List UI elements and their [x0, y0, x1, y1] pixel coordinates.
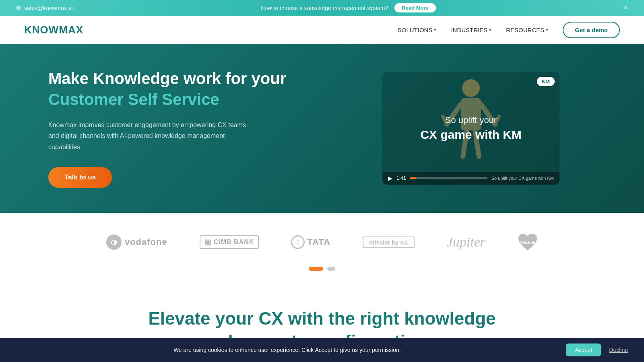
cimb-box: ▣ CIMB BANK: [200, 235, 259, 249]
nav-links: SOLUTIONS ▾ INDUSTRIES ▾ RESOURCES ▾ Get…: [398, 22, 620, 38]
logos-row: ◑ vodafone ▣ CIMB BANK T TATA etisalat b…: [106, 233, 538, 251]
get-demo-button[interactable]: Get a demo: [563, 22, 620, 38]
chevron-down-icon: ▾: [434, 27, 436, 33]
carousel-dot-2[interactable]: [327, 267, 335, 271]
hero-description: Knowmax improves customer engagement by …: [48, 119, 250, 152]
solutions-label: SOLUTIONS: [398, 27, 433, 33]
resources-label: RESOURCES: [506, 27, 544, 33]
hero-section: Make Knowledge work for your Customer Se…: [0, 44, 644, 213]
email-icon: ✉: [16, 5, 21, 11]
logo-webhelp: Webhelp: [518, 233, 538, 251]
svg-text:Webhelp: Webhelp: [518, 240, 537, 245]
cookie-decline-button[interactable]: Decline: [609, 347, 628, 353]
km-badge: KM: [537, 77, 555, 86]
cookie-bar: We are using cookies to enhance user exp…: [0, 338, 644, 362]
nav-item-resources[interactable]: RESOURCES ▾: [506, 27, 548, 33]
logos-section: ◑ vodafone ▣ CIMB BANK T TATA etisalat b…: [0, 213, 644, 283]
hero-left: Make Knowledge work for your Customer Se…: [48, 69, 330, 188]
close-banner-button[interactable]: ×: [623, 4, 628, 12]
talk-to-us-button[interactable]: Talk to us: [48, 167, 112, 188]
logo-tata: T TATA: [291, 235, 330, 249]
hero-video-area[interactable]: KM So uplift your CX game with KM ▶ 1:41…: [382, 72, 559, 185]
promo-text: How to choose a knowledge management sys…: [261, 5, 388, 11]
chevron-down-icon: ▾: [546, 27, 548, 33]
logo[interactable]: KNOWMAX: [24, 24, 83, 36]
logo-etisalat: etisalat by e&: [363, 237, 415, 248]
jupiter-label: Jupiter: [447, 234, 485, 250]
nav-item-industries[interactable]: INDUSTRIES ▾: [451, 27, 491, 33]
top-banner: ✉ sales@knowmax.ai How to choose a knowl…: [0, 0, 644, 16]
banner-promo: How to choose a knowledge management sys…: [261, 3, 436, 12]
video-controls: ▶ 1:41 So uplift your CX game with KM: [382, 172, 559, 185]
video-progress-bar[interactable]: [410, 177, 487, 179]
tata-icon: T: [291, 235, 305, 249]
video-title: So uplift your CX game with KM: [491, 176, 554, 181]
read-more-button[interactable]: Read More: [394, 3, 436, 12]
cookie-accept-button[interactable]: Accept: [566, 343, 601, 356]
video-progress-fill: [410, 177, 416, 179]
email-text: sales@knowmax.ai: [24, 5, 73, 11]
hero-title-line2: Customer Self Service: [48, 88, 330, 111]
navbar: KNOWMAX SOLUTIONS ▾ INDUSTRIES ▾ RESOURC…: [0, 16, 644, 44]
play-icon[interactable]: ▶: [388, 175, 392, 181]
logo-vodafone: ◑ vodafone: [106, 234, 167, 250]
video-duration: 1:41: [396, 175, 406, 181]
tata-label: TATA: [307, 237, 330, 247]
nav-item-solutions[interactable]: SOLUTIONS ▾: [398, 27, 437, 33]
cookie-text: We are using cookies to enhance user exp…: [16, 347, 558, 353]
video-cx-game: CX game with KM: [420, 128, 522, 142]
cimb-label: CIMB BANK: [214, 239, 254, 246]
banner-email: ✉ sales@knowmax.ai: [16, 5, 73, 11]
hero-right: KM So uplift your CX game with KM ▶ 1:41…: [330, 72, 612, 185]
vodafone-label: vodafone: [125, 237, 167, 247]
elevate-title-line1: Elevate your CX with the right knowledge: [148, 309, 495, 328]
logo-cimb-bank: ▣ CIMB BANK: [200, 235, 259, 249]
svg-point-0: [462, 79, 480, 97]
hero-video-text: So uplift your CX game with KM: [420, 115, 522, 142]
logo-jupiter: Jupiter: [447, 234, 485, 250]
webhelp-heart-icon: Webhelp: [518, 233, 538, 251]
cimb-icon: ▣: [204, 238, 211, 247]
vodafone-icon: ◑: [106, 234, 122, 250]
carousel-dot-1[interactable]: [309, 267, 323, 271]
etisalat-label: etisalat by e&: [363, 237, 415, 248]
carousel-dots: [309, 267, 335, 271]
video-so-uplift: So uplift your: [420, 115, 522, 125]
chevron-down-icon: ▾: [489, 27, 491, 33]
industries-label: INDUSTRIES: [451, 27, 487, 33]
hero-title-line1: Make Knowledge work for your: [48, 69, 330, 88]
